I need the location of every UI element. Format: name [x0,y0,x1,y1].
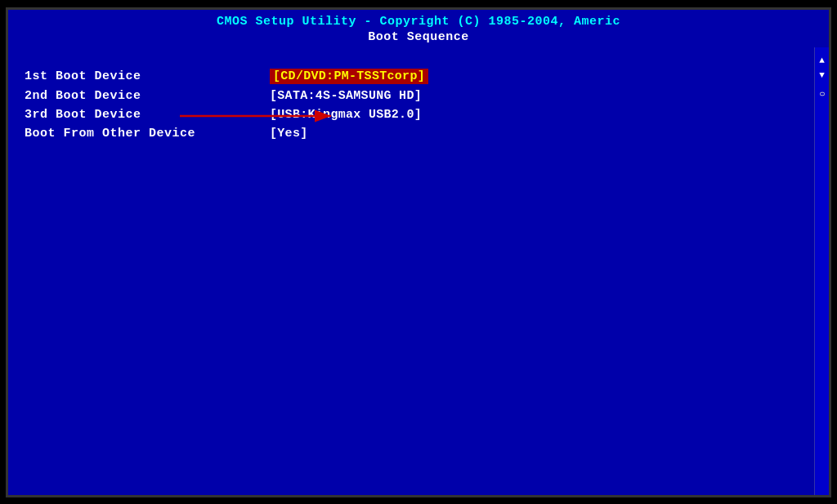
boot-value-1[interactable]: [CD/DVD:PM-TSSTcorp] [270,69,428,84]
header-title: CMOS Setup Utility - Copyright (C) 1985-… [8,15,829,29]
header-subtitle: Boot Sequence [8,30,829,44]
boot-label-1: 1st Boot Device [25,69,270,83]
boot-row-4[interactable]: Boot From Other Device [Yes] [25,127,798,140]
main-content: 1st Boot Device [CD/DVD:PM-TSSTcorp] 2nd… [8,47,829,495]
boot-label-4: Boot From Other Device [25,127,270,140]
boot-value-2[interactable]: [SATA:4S-SAMSUNG HD] [270,89,422,103]
boot-label-2: 2nd Boot Device [25,89,270,103]
arrow-indicator [180,106,343,126]
right-sidebar: ▲ ▼ o [814,47,829,495]
boot-row-2[interactable]: 2nd Boot Device [SATA:4S-SAMSUNG HD] [25,89,798,103]
boot-row-3[interactable]: 3rd Boot Device [USB:Kingmax USB2.0] [25,108,798,122]
sidebar-char-o: o [817,91,826,96]
header: CMOS Setup Utility - Copyright (C) 1985-… [8,10,829,47]
left-panel: 1st Boot Device [CD/DVD:PM-TSSTcorp] 2nd… [8,47,814,495]
bios-screen: CMOS Setup Utility - Copyright (C) 1985-… [6,7,831,497]
sidebar-down-arrow: ▼ [817,70,827,80]
boot-value-4[interactable]: [Yes] [270,127,308,140]
sidebar-up-arrow: ▲ [817,56,827,65]
boot-table: 1st Boot Device [CD/DVD:PM-TSSTcorp] 2nd… [25,69,798,140]
boot-row-1[interactable]: 1st Boot Device [CD/DVD:PM-TSSTcorp] [25,69,798,84]
